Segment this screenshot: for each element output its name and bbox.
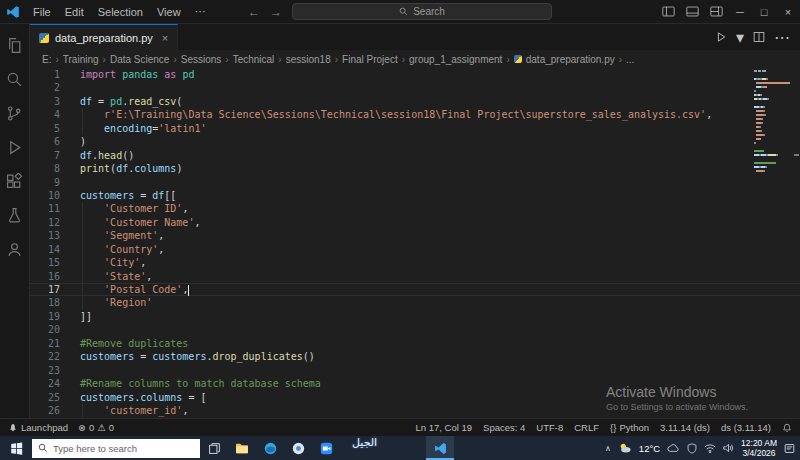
- code-line-7[interactable]: 7df.head(): [30, 149, 800, 162]
- zoom-icon[interactable]: [312, 436, 340, 460]
- breadcrumb-item[interactable]: group_1_assignment: [409, 54, 502, 65]
- tab-data-preparation[interactable]: data_preparation.py ×: [30, 24, 178, 50]
- code-line-20[interactable]: 20: [30, 323, 800, 336]
- breadcrumb-item[interactable]: Final Project: [342, 54, 398, 65]
- volume-icon[interactable]: [723, 443, 734, 453]
- breadcrumb-item[interactable]: Training: [63, 54, 99, 65]
- code-line-19[interactable]: 19]]: [30, 310, 800, 323]
- minimap[interactable]: [754, 70, 790, 174]
- source-control-icon[interactable]: [0, 98, 30, 128]
- breadcrumb-item[interactable]: E:: [42, 54, 51, 65]
- code-line-5[interactable]: 5 encoding='latin1': [30, 122, 800, 135]
- code-line-1[interactable]: 1import pandas as pd: [30, 68, 800, 81]
- code-line-12[interactable]: 12 'Customer Name',: [30, 216, 800, 229]
- code-line-17[interactable]: 17 'Postal Code',: [30, 283, 800, 296]
- code-line-6[interactable]: 6): [30, 135, 800, 148]
- breadcrumb-item[interactable]: Data Science: [110, 54, 169, 65]
- code-line-9[interactable]: 9: [30, 176, 800, 189]
- taskbar-clock[interactable]: 12:20 AM 3/4/2026: [741, 438, 777, 458]
- breadcrumb-item[interactable]: Technical: [233, 54, 275, 65]
- code-line-25[interactable]: 25customers.columns = [: [30, 391, 800, 404]
- menu-edit[interactable]: Edit: [58, 6, 91, 18]
- vscode-taskbar-icon[interactable]: [426, 436, 454, 460]
- tab-close-icon[interactable]: ×: [162, 32, 168, 44]
- run-dropdown-icon[interactable]: ▾: [736, 28, 744, 47]
- code-line-11[interactable]: 11 'Customer ID',: [30, 202, 800, 215]
- testing-icon[interactable]: [0, 200, 30, 230]
- customize-layout-icon[interactable]: [704, 0, 728, 23]
- nav-back-icon[interactable]: ←: [248, 5, 260, 19]
- weather-temp[interactable]: 12°C: [639, 443, 660, 454]
- toggle-panel-icon[interactable]: [680, 0, 704, 23]
- menu-file[interactable]: File: [26, 6, 58, 18]
- code-line-23[interactable]: 23: [30, 364, 800, 377]
- code-line-26[interactable]: 26 'customer_id',: [30, 404, 800, 417]
- task-view-icon[interactable]: [200, 436, 228, 460]
- run-debug-icon[interactable]: [0, 132, 30, 162]
- taskbar-search[interactable]: [32, 439, 200, 458]
- run-python-file-icon[interactable]: [715, 31, 727, 43]
- notifications-bell-icon[interactable]: [782, 423, 792, 433]
- python-interpreter[interactable]: 3.11.14 (ds): [660, 422, 710, 433]
- code-line-13[interactable]: 13 'Segment',: [30, 229, 800, 242]
- breadcrumb-item[interactable]: ...: [626, 54, 634, 65]
- cursor-position[interactable]: Ln 17, Col 19: [416, 422, 473, 433]
- minimize-button[interactable]: ─: [728, 0, 752, 23]
- account-icon[interactable]: [0, 234, 30, 264]
- edge-browser-icon[interactable]: [256, 436, 284, 460]
- code-line-15[interactable]: 15 'City',: [30, 256, 800, 269]
- conda-env[interactable]: ds (3.11.14): [721, 422, 771, 433]
- launchpad-item[interactable]: Launchpad: [8, 422, 68, 433]
- breadcrumb-item[interactable]: session18: [286, 54, 331, 65]
- rocket-icon: [8, 423, 18, 433]
- code-line-14[interactable]: 14 'Country',: [30, 243, 800, 256]
- eol-sequence[interactable]: CRLF: [574, 422, 599, 433]
- indent-guide: [82, 243, 83, 256]
- activity-bar: [0, 24, 30, 418]
- start-button[interactable]: [0, 436, 32, 460]
- encoding[interactable]: UTF-8: [536, 422, 563, 433]
- code-line-4[interactable]: 4 r'E:\Training\Data Science\Sessions\Te…: [30, 108, 800, 121]
- language-mode[interactable]: {} Python: [610, 422, 649, 433]
- weather-icon[interactable]: [618, 442, 632, 454]
- breadcrumb-item[interactable]: Sessions: [181, 54, 222, 65]
- code-line-2[interactable]: 2: [30, 81, 800, 94]
- code-line-22[interactable]: 22customers = customers.drop_duplicates(…: [30, 350, 800, 363]
- menu-view[interactable]: View: [150, 6, 188, 18]
- taskbar-search-input[interactable]: [53, 443, 183, 454]
- search-icon[interactable]: [0, 64, 30, 94]
- nav-forward-icon[interactable]: →: [270, 5, 282, 19]
- breadcrumb-item[interactable]: data_preparation.py: [514, 54, 615, 65]
- code-line-16[interactable]: 16 'State',: [30, 270, 800, 283]
- command-center-search[interactable]: Search: [292, 3, 552, 20]
- explorer-icon[interactable]: [0, 30, 30, 60]
- security-shield-icon[interactable]: [687, 443, 697, 454]
- toggle-sidebar-icon[interactable]: [656, 0, 680, 23]
- problems-item[interactable]: ⊗ 0 ⚠ 0: [78, 422, 114, 433]
- line-number: 16: [30, 270, 74, 283]
- wifi-icon[interactable]: [704, 444, 716, 453]
- browser-icon[interactable]: [284, 436, 312, 460]
- menu-selection[interactable]: Selection: [91, 6, 150, 18]
- code-line-3[interactable]: 3df = pd.read_csv(: [30, 95, 800, 108]
- extensions-icon[interactable]: [0, 166, 30, 196]
- windows-taskbar: ∧ 12°C 12:20 AM 3/4/2026: [0, 436, 800, 460]
- code-line-21[interactable]: 21#Remove duplicates: [30, 337, 800, 350]
- code-line-18[interactable]: 18 'Region': [30, 296, 800, 309]
- code-line-8[interactable]: 8print(df.columns): [30, 162, 800, 175]
- indent-guide: [82, 270, 83, 283]
- menu-more[interactable]: ⋯: [188, 5, 213, 18]
- more-actions-icon[interactable]: ⋯: [774, 28, 790, 47]
- editor-scrollbar[interactable]: [792, 68, 800, 418]
- action-center-icon[interactable]: [784, 443, 795, 454]
- file-explorer-icon[interactable]: [228, 436, 256, 460]
- maximize-button[interactable]: □: [752, 0, 776, 23]
- tray-expand-icon[interactable]: ∧: [605, 444, 611, 453]
- onedrive-cloud-icon[interactable]: [667, 444, 680, 453]
- close-button[interactable]: ×: [776, 0, 800, 23]
- code-editor[interactable]: 1import pandas as pd23df = pd.read_csv(4…: [30, 68, 800, 418]
- indentation[interactable]: Spaces: 4: [483, 422, 525, 433]
- code-line-24[interactable]: 24#Rename columns to match database sche…: [30, 377, 800, 390]
- code-line-10[interactable]: 10customers = df[[: [30, 189, 800, 202]
- split-editor-icon[interactable]: [753, 31, 765, 43]
